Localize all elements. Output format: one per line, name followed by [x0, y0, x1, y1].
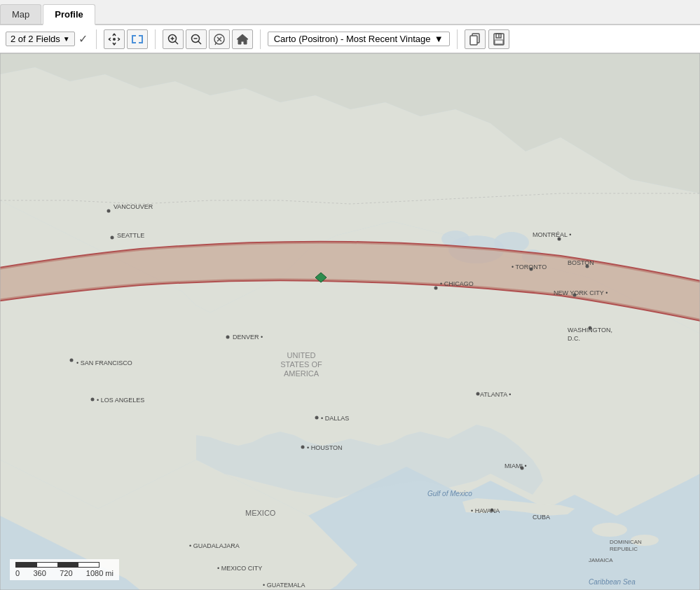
svg-text:BOSTON: BOSTON	[568, 259, 594, 266]
svg-text:SEATTLE: SEATTLE	[117, 232, 144, 239]
scale-label-0: 0	[15, 569, 20, 577]
svg-text:VANCOUVER: VANCOUVER	[114, 203, 153, 210]
home-icon	[236, 33, 249, 46]
svg-point-27	[226, 336, 230, 339]
copy-icon	[469, 33, 481, 46]
map-container[interactable]: VANCOUVER SEATTLE • SAN FRANCISCO • LOS …	[0, 53, 700, 590]
zoom-tools-section	[163, 29, 253, 49]
svg-text:MEXICO: MEXICO	[245, 509, 276, 517]
zoom-out-btn[interactable]	[186, 29, 207, 49]
svg-text:WASHINGTON,: WASHINGTON,	[568, 327, 612, 334]
svg-text:AMERICA: AMERICA	[284, 369, 320, 378]
check-icon[interactable]: ✓	[77, 31, 89, 47]
svg-line-4	[175, 41, 178, 44]
select-rect-btn[interactable]	[127, 29, 148, 49]
svg-text:• DALLAS: • DALLAS	[321, 415, 349, 422]
svg-text:MONTRÉAL •: MONTRÉAL •	[533, 231, 571, 238]
tab-profile[interactable]: Profile	[43, 4, 95, 25]
svg-text:• GUADALAJARA: • GUADALAJARA	[189, 542, 240, 549]
svg-point-28	[315, 416, 319, 420]
svg-rect-13	[495, 40, 503, 44]
move-tool-btn[interactable]	[104, 29, 125, 49]
svg-point-23	[107, 210, 111, 213]
svg-point-24	[111, 236, 114, 240]
full-extent-btn[interactable]	[232, 29, 253, 49]
svg-text:CUBA: CUBA	[533, 514, 550, 521]
move-icon	[108, 33, 121, 46]
save-btn[interactable]	[488, 29, 509, 49]
dashed-rect-icon	[132, 35, 143, 43]
scale-segments	[15, 562, 99, 568]
divider-3	[260, 29, 261, 49]
svg-point-30	[434, 287, 438, 290]
basemap-label: Carto (Positron) - Most Recent Vintage	[274, 34, 431, 44]
svg-text:DENVER •: DENVER •	[233, 334, 263, 341]
svg-text:• HAVANA: • HAVANA	[471, 507, 500, 514]
zoom-out-icon	[190, 33, 203, 46]
svg-text:• GUATEMALA: • GUATEMALA	[263, 582, 306, 589]
segment-3	[57, 563, 78, 567]
divider-1	[96, 29, 97, 49]
clear-icon	[213, 33, 226, 46]
zoom-in-btn[interactable]	[163, 29, 184, 49]
scale-bar: 0 360 720 1080 mi	[10, 559, 119, 580]
svg-text:D.C.: D.C.	[568, 335, 580, 342]
svg-line-7	[198, 41, 201, 44]
copy-btn[interactable]	[465, 29, 486, 49]
svg-text:DOMINICAN: DOMINICAN	[610, 539, 642, 545]
scale-label-360: 360	[33, 569, 46, 577]
svg-text:• SAN FRANCISCO: • SAN FRANCISCO	[76, 359, 132, 366]
svg-text:Caribbean Sea: Caribbean Sea	[589, 578, 636, 586]
basemap-arrow: ▼	[434, 34, 444, 44]
scale-labels: 0 360 720 1080 mi	[15, 569, 114, 577]
svg-point-29	[301, 446, 305, 449]
fields-dropdown[interactable]: 2 of 2 Fields ▼	[6, 32, 75, 46]
svg-text:STATES OF: STATES OF	[280, 360, 322, 369]
svg-text:• HOUSTON: • HOUSTON	[307, 444, 343, 451]
clear-selection-btn[interactable]	[209, 29, 230, 49]
toolbar: 2 of 2 Fields ▼ ✓	[0, 25, 700, 53]
nav-tools-section	[104, 29, 148, 49]
svg-text:REPUBLIC: REPUBLIC	[610, 546, 638, 552]
basemap-dropdown[interactable]: Carto (Positron) - Most Recent Vintage ▼	[268, 32, 450, 46]
scale-label-1080: 1080 mi	[86, 569, 114, 577]
svg-text:• LOS ANGELES: • LOS ANGELES	[97, 397, 144, 404]
tab-map[interactable]: Map	[0, 4, 41, 24]
segment-2	[37, 563, 58, 567]
svg-text:• MEXICO CITY: • MEXICO CITY	[217, 565, 262, 572]
svg-point-26	[91, 398, 95, 402]
svg-text:ATLANTA •: ATLANTA •	[480, 391, 511, 398]
svg-text:• CHICAGO: • CHICAGO	[440, 280, 474, 287]
fields-dropdown-arrow: ▼	[63, 35, 70, 43]
svg-text:• TORONTO: • TORONTO	[512, 263, 547, 270]
segment-4	[78, 563, 99, 567]
divider-4	[457, 29, 458, 49]
svg-text:NEW YORK CITY •: NEW YORK CITY •	[554, 289, 608, 296]
zoom-in-icon	[167, 33, 179, 46]
scale-label-720: 720	[60, 569, 72, 577]
svg-text:MIAMI •: MIAMI •	[505, 462, 527, 469]
svg-point-20	[592, 523, 627, 537]
svg-point-25	[70, 359, 74, 362]
svg-rect-10	[470, 36, 477, 45]
svg-text:UNITED: UNITED	[287, 351, 316, 359]
scale-line	[15, 562, 114, 568]
fields-label: 2 of 2 Fields	[11, 34, 60, 44]
fields-section: 2 of 2 Fields ▼ ✓	[6, 31, 89, 47]
segment-1	[16, 563, 37, 567]
tabs-bar: Map Profile	[0, 0, 700, 25]
divider-2	[155, 29, 156, 49]
svg-point-31	[476, 392, 480, 396]
svg-point-0	[113, 38, 116, 41]
map-svg: VANCOUVER SEATTLE • SAN FRANCISCO • LOS …	[0, 53, 700, 590]
svg-text:JAMAICA: JAMAICA	[589, 557, 613, 563]
svg-text:Gulf of Mexico: Gulf of Mexico	[427, 490, 472, 498]
save-icon	[493, 33, 505, 46]
